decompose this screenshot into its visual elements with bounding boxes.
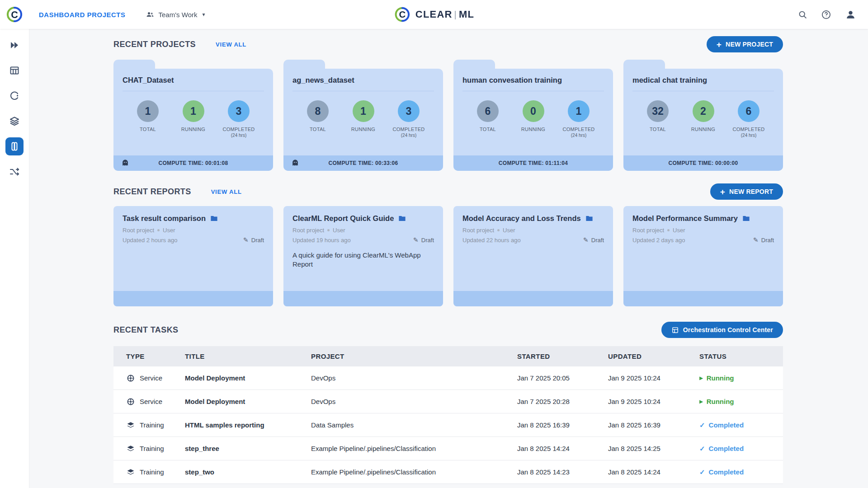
task-updated: Jan 8 2025 14:24 — [608, 468, 699, 476]
project-card[interactable]: CHAT_Dataset 1 TOTAL 1 RUNNING 3 COMPLET — [113, 60, 273, 171]
table-header-row: TYPE TITLE PROJECT STARTED UPDATED STATU… — [113, 346, 783, 366]
draft-badge: ✎ Draft — [413, 236, 434, 244]
task-title[interactable]: Model Deployment — [185, 398, 311, 405]
task-row[interactable]: Service Model Deployment DevOps Jan 7 20… — [113, 390, 783, 413]
breadcrumb[interactable]: DASHBOARD PROJECTS — [39, 11, 126, 19]
task-type-cell: Service — [113, 374, 185, 383]
header-started[interactable]: STARTED — [517, 352, 608, 360]
completed-icon: ✓ — [699, 468, 705, 476]
completed-stat: 3 COMPLETED (24 hrs) — [218, 100, 259, 138]
header-type[interactable]: TYPE — [113, 352, 185, 360]
new-project-button[interactable]: + NEW PROJECT — [707, 36, 783, 52]
task-started: Jan 8 2025 16:39 — [517, 421, 608, 429]
training-icon — [126, 444, 135, 453]
pencil-icon: ✎ — [413, 236, 419, 244]
task-row[interactable]: Training step_three Example Pipeline/.pi… — [113, 437, 783, 460]
task-title[interactable]: Model Deployment — [185, 374, 311, 382]
project-name[interactable]: ag_news_dataset — [292, 69, 434, 91]
project-stats: 32 TOTAL 2 RUNNING 6 COMPLETED (24 hrs) — [623, 91, 783, 138]
compute-time: COMPUTE TIME: 00:00:00 — [669, 160, 738, 166]
project-card[interactable]: ag_news_dataset 8 TOTAL 1 RUNNING 3 COMP — [283, 60, 443, 171]
task-row[interactable]: Service Model Deployment DevOps Jan 7 20… — [113, 366, 783, 390]
task-started: Jan 7 2025 20:28 — [517, 398, 608, 405]
workspace-selector[interactable]: Team's Work ▾ — [146, 10, 205, 19]
task-type-cell: Service — [113, 397, 185, 406]
report-updated: Updated 19 hours ago — [292, 237, 351, 244]
report-title-row: Model Performance Summary — [632, 214, 774, 223]
user-avatar[interactable] — [845, 9, 856, 20]
orchestration-control-center-button[interactable]: Orchestration Control Center — [661, 322, 783, 338]
report-title[interactable]: Model Performance Summary — [632, 214, 738, 223]
report-title[interactable]: Task result comparison — [123, 214, 206, 223]
project-name[interactable]: CHAT_Dataset — [123, 69, 264, 91]
task-row[interactable]: Training HTML samples reporting Data Sam… — [113, 413, 783, 437]
pipelines-icon — [9, 166, 20, 177]
header-updated[interactable]: UPDATED — [608, 352, 699, 360]
total-stat: 6 TOTAL — [467, 100, 509, 138]
applications-icon — [9, 141, 20, 152]
draft-label: Draft — [421, 237, 434, 244]
running-count: 2 — [693, 100, 714, 122]
report-card-footer — [623, 291, 783, 306]
tasks-section-header: RECENT TASKS Orchestration Control Cente… — [113, 320, 783, 340]
report-card[interactable]: Task result comparison Root project User… — [113, 206, 273, 306]
project-name[interactable]: human convesation training — [462, 69, 604, 91]
report-user: User — [503, 227, 515, 234]
project-card[interactable]: human convesation training 6 TOTAL 0 RUN… — [453, 60, 613, 171]
plus-icon: + — [720, 188, 725, 196]
draft-badge: ✎ Draft — [243, 236, 264, 244]
report-card[interactable]: Model Accuracy and Loss Trends Root proj… — [453, 206, 613, 306]
wordmark-clear: CLEAR — [415, 9, 453, 20]
completed-label: COMPLETED — [388, 127, 429, 132]
datasets-icon — [9, 65, 20, 76]
sidebar-item-agents[interactable] — [5, 87, 24, 105]
task-title[interactable]: HTML samples reporting — [185, 421, 311, 429]
search-icon[interactable] — [798, 10, 807, 19]
task-project: Data Samples — [311, 421, 517, 429]
reports-view-all-link[interactable]: VIEW ALL — [211, 188, 242, 195]
task-project: Example Pipeline/.pipelines/Classificati… — [311, 468, 517, 476]
completed-sub-label: (24 hrs) — [388, 133, 429, 138]
project-stats: 8 TOTAL 1 RUNNING 3 COMPLETED (24 hrs) — [283, 91, 443, 138]
report-title[interactable]: ClearML Report Quick Guide — [292, 214, 394, 223]
task-row[interactable]: Training step_two Example Pipeline/.pipe… — [113, 460, 783, 484]
dot-separator — [157, 229, 160, 231]
report-card[interactable]: ClearML Report Quick Guide Root project … — [283, 206, 443, 306]
header-title[interactable]: TITLE — [185, 352, 311, 360]
sidebar-item-model-endpoints[interactable] — [5, 112, 24, 130]
sidebar-item-projects[interactable] — [5, 36, 24, 54]
report-meta: Root project User — [462, 227, 604, 234]
report-cards-row: Task result comparison Root project User… — [113, 206, 783, 306]
task-title[interactable]: step_two — [185, 468, 311, 476]
svg-text:C: C — [399, 9, 406, 19]
project-card[interactable]: medical chat training 32 TOTAL 2 RUNNING… — [623, 60, 783, 171]
completed-count: 3 — [398, 100, 420, 122]
report-updated: Updated 2 days ago — [632, 237, 685, 244]
clearml-logo-icon[interactable]: C — [5, 5, 24, 23]
sidebar-item-pipelines[interactable] — [5, 163, 24, 181]
project-name[interactable]: medical chat training — [632, 69, 774, 91]
header-status[interactable]: STATUS — [699, 352, 783, 360]
main-content: RECENT PROJECTS VIEW ALL + NEW PROJECT C… — [113, 29, 783, 484]
report-card[interactable]: Model Performance Summary Root project U… — [623, 206, 783, 306]
service-icon — [126, 397, 135, 406]
completed-count: 6 — [738, 100, 760, 122]
completed-stat: 3 COMPLETED (24 hrs) — [388, 100, 429, 138]
sidebar-item-applications-active[interactable] — [5, 137, 24, 155]
task-status-label: Running — [707, 398, 734, 405]
header-project[interactable]: PROJECT — [311, 352, 517, 360]
running-stat: 1 RUNNING — [343, 100, 384, 138]
help-icon[interactable] — [821, 9, 831, 20]
task-updated: Jan 9 2025 10:24 — [608, 398, 699, 405]
dot-separator — [667, 229, 670, 231]
report-title[interactable]: Model Accuracy and Loss Trends — [462, 214, 581, 223]
task-title[interactable]: step_three — [185, 445, 311, 452]
running-label: RUNNING — [343, 127, 384, 132]
new-report-button[interactable]: + NEW REPORT — [710, 183, 783, 200]
running-label: RUNNING — [173, 127, 214, 132]
total-stat: 1 TOTAL — [127, 100, 169, 138]
total-count: 8 — [307, 100, 329, 122]
sidebar-item-datasets[interactable] — [5, 61, 24, 80]
folder-icon — [585, 214, 594, 223]
projects-view-all-link[interactable]: VIEW ALL — [216, 41, 246, 48]
